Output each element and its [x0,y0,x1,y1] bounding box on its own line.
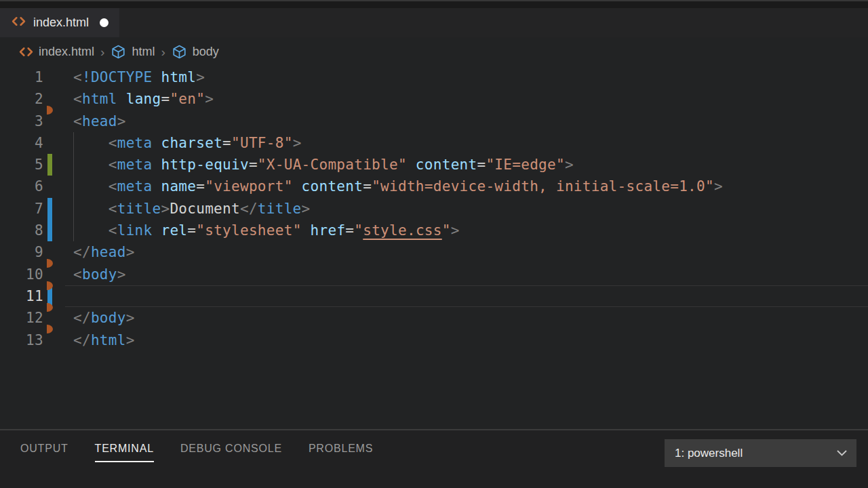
gutter [43,220,73,241]
panel-tab-terminal[interactable]: TERMINAL [95,443,154,462]
code-editor: 1<!DOCTYPE html>2<html lang="en">3<head>… [0,66,868,429]
git-modified-indicator [47,220,52,241]
breadcrumb-item-html[interactable]: html [111,45,155,59]
line-number: 7 [0,198,43,220]
panel-tab-problems[interactable]: PROBLEMS [309,443,373,462]
line-number: 8 [0,220,43,241]
code-line-1[interactable]: 1<!DOCTYPE html> [0,66,868,88]
gutter [43,198,73,220]
line-number: 5 [0,154,43,176]
code-line-12[interactable]: 12</body> [0,307,868,329]
terminal-select[interactable]: 1: powershell [665,439,856,467]
window-title-strip [0,0,868,8]
breadcrumb-separator: › [161,45,165,60]
code-line-4[interactable]: 4 <meta charset="UTF-8"> [0,132,868,154]
gutter [43,176,73,197]
breadcrumb-separator: › [100,45,104,60]
line-number: 10 [0,264,43,285]
code-line-7[interactable]: 7 <title>Document</title> [0,198,868,220]
line-number: 11 [0,285,43,307]
chevron-down-icon [837,450,847,456]
code-text: <!DOCTYPE html> [73,66,868,88]
line-number: 2 [0,88,43,110]
code-line-2[interactable]: 2<html lang="en"> [0,88,868,110]
code-text: <meta charset="UTF-8"> [73,132,868,154]
gutter [43,66,73,88]
cube-icon [172,45,187,59]
code-text: <title>Document</title> [73,198,868,220]
breadcrumb-item-index-html[interactable]: index.html [19,45,94,59]
indent-guide [73,132,74,242]
git-modified-indicator [47,198,52,220]
code-line-10[interactable]: 10<body> [0,264,868,285]
gutter [43,132,73,154]
code-text: <meta name="viewport" content="width=dev… [73,176,868,197]
code-line-13[interactable]: 13</html> [0,329,868,351]
breadcrumb-item-body[interactable]: body [172,45,219,59]
line-number: 1 [0,66,43,88]
bottom-panel: OUTPUTTERMINALDEBUG CONSOLEPROBLEMS 1: p… [0,429,868,488]
line-number: 6 [0,176,43,197]
tab-index-html[interactable]: index.html [0,8,119,37]
line-number: 4 [0,132,43,154]
breadcrumb-label: html [132,45,155,59]
code-text: <link rel="stylesheet" href="style.css"> [73,220,868,241]
current-line-highlight [65,285,868,307]
code-line-6[interactable]: 6 <meta name="viewport" content="width=d… [0,176,868,197]
gutter [43,154,73,176]
panel-tab-output[interactable]: OUTPUT [20,443,68,462]
code-icon [19,46,33,58]
code-line-8[interactable]: 8 <link rel="stylesheet" href="style.css… [0,220,868,241]
line-number: 13 [0,329,43,351]
code-line-3[interactable]: 3<head> [0,110,868,132]
line-number: 3 [0,110,43,132]
tab-label: index.html [33,16,89,30]
code-text: <meta http-equiv="X-UA-Compatible" conte… [73,154,868,176]
line-number: 9 [0,241,43,263]
breadcrumb: index.html›html›body [0,37,868,66]
line-number: 12 [0,307,43,329]
breadcrumb-label: body [193,45,219,59]
html-code-icon [12,16,26,30]
modified-dot-icon[interactable] [100,18,108,27]
panel-tab-debug-console[interactable]: DEBUG CONSOLE [180,443,282,462]
code-text: <head> [73,110,868,132]
code-line-11[interactable]: 11 [0,285,868,307]
editor-tab-bar: index.html [0,8,868,37]
code-text: </html> [73,329,868,351]
cube-icon [111,45,126,59]
code-line-5[interactable]: 5 <meta http-equiv="X-UA-Compatible" con… [0,154,868,176]
code-text: <body> [73,264,868,285]
code-text: </head> [73,241,868,263]
code-text: <html lang="en"> [73,88,868,110]
breadcrumb-label: index.html [39,45,94,59]
code-line-9[interactable]: 9</head> [0,241,868,263]
git-added-indicator [47,154,52,176]
code-text: </body> [73,307,868,329]
terminal-select-value: 1: powershell [675,447,743,460]
